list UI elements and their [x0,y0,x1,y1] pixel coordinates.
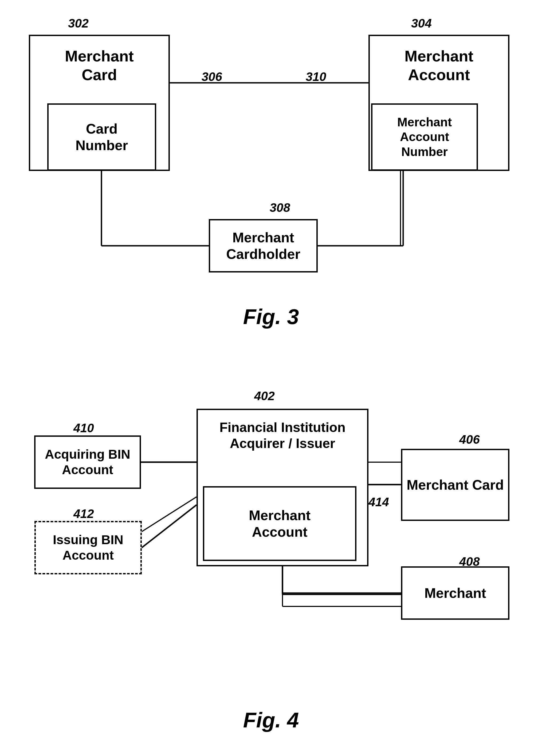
merchant-account-number-box: Merchant Account Number [371,103,478,171]
financial-institution-label: Financial Institution Acquirer / Issuer [198,419,367,451]
merchant-card-outer-label: Merchant Card [30,47,169,84]
merchant-account-inner-label: Merchant Account [249,507,310,540]
merchant-account-number-label: Merchant Account Number [397,115,452,159]
issuing-bin-label: Issuing BIN Account [53,532,123,563]
merchant-card-fig4-box: Merchant Card [401,449,509,521]
fig3-caption: Fig. 3 [0,305,542,329]
issuing-bin-box: Issuing BIN Account [34,521,142,574]
ref-402: 402 [254,389,275,403]
acquiring-bin-label: Acquiring BIN Account [45,447,130,477]
card-number-box: Card Number [47,103,156,171]
ref-412: 412 [73,506,94,521]
ref-308: 308 [270,200,290,215]
merchant-cardholder-box: Merchant Cardholder [209,219,318,272]
ref-414: 414 [368,495,389,509]
ref-410: 410 [73,421,94,435]
merchant-account-inner-box: Merchant Account [203,486,356,561]
svg-line-5 [142,497,197,532]
fig4-caption: Fig. 4 [0,708,542,732]
merchant-account-outer-label: Merchant Account [370,47,508,84]
ref-306: 306 [202,69,222,84]
card-number-label: Card Number [76,120,128,154]
merchant-cardholder-label: Merchant Cardholder [226,229,300,263]
ref-406: 406 [459,432,480,447]
page: Merchant Card Card Number Merchant Accou… [0,0,542,756]
ref-302: 302 [68,16,89,30]
acquiring-bin-box: Acquiring BIN Account [34,435,141,489]
merchant-card-fig4-label: Merchant Card [407,477,504,493]
merchant-label: Merchant [424,585,486,601]
ref-310: 310 [306,69,326,84]
ref-408: 408 [459,554,480,569]
merchant-box: Merchant [401,566,509,620]
ref-304: 304 [411,16,432,30]
